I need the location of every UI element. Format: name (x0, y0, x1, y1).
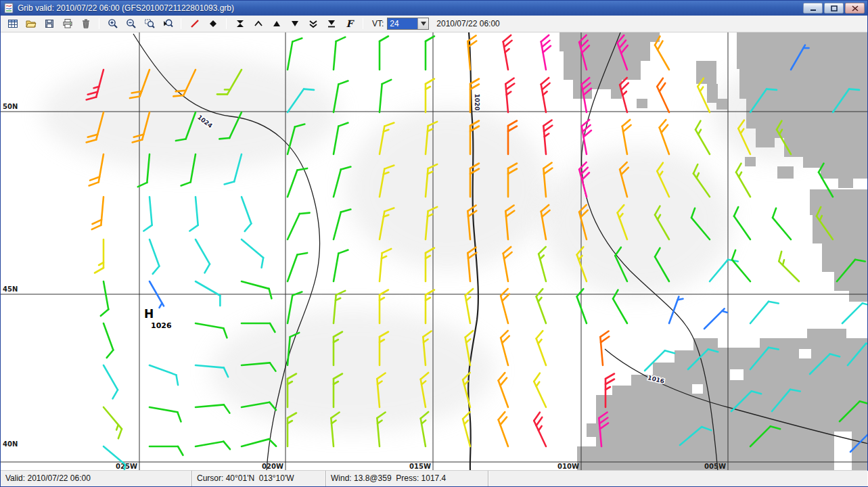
barb-style-2-button[interactable] (250, 17, 267, 31)
draw-mark-button[interactable] (204, 17, 221, 31)
print-button[interactable] (59, 17, 76, 31)
barb-style-chevron-up-icon (253, 18, 264, 29)
vt-label: VT: (372, 19, 384, 28)
save-icon (44, 18, 55, 29)
map-area: 025W020W015W010W005W50N45N40N10241020101… (1, 32, 867, 470)
minimize-icon (810, 5, 817, 11)
barb-style-triangle-up-icon (271, 18, 282, 29)
close-button[interactable] (845, 3, 865, 14)
grib-table-button[interactable] (4, 17, 21, 31)
weather-map[interactable]: 025W020W015W010W005W50N45N40N10241020101… (1, 32, 867, 470)
toolbar-separator (99, 18, 99, 29)
zoom-in-button[interactable] (104, 17, 121, 31)
toolbar-separator (363, 18, 363, 29)
title-bar[interactable]: Grib valid: 2010/07/22 06:00 (GFS2010072… (1, 1, 867, 16)
barb-style-hourglass-icon (235, 18, 246, 29)
zoom-area-icon (144, 18, 155, 29)
zoom-area-button[interactable] (141, 17, 158, 31)
vt-selected-value: 24 (388, 18, 417, 29)
status-valid: Valid: 2010/07/22 06:00 (1, 471, 192, 486)
status-spacer (488, 471, 867, 486)
zoom-select-icon (162, 18, 173, 29)
barb-style-1-button[interactable] (231, 17, 248, 31)
app-icon (3, 3, 14, 14)
minimize-button[interactable] (803, 3, 823, 14)
svg-text:025W: 025W (116, 463, 137, 470)
toolbar-separator (226, 18, 227, 29)
barb-style-6-button[interactable] (323, 17, 340, 31)
maximize-button[interactable] (824, 3, 844, 14)
status-bar: Valid: 2010/07/22 06:00 Cursor: 40°01'N … (1, 470, 867, 486)
chevron-down-icon (421, 22, 426, 26)
window-title: Grib valid: 2010/07/22 06:00 (GFS2010072… (18, 3, 800, 13)
barb-style-4-button[interactable] (286, 17, 303, 31)
open-file-button[interactable] (22, 17, 39, 31)
diamond-icon (208, 18, 219, 29)
toolbar: F VT: 24 2010/07/22 06:00 (1, 16, 867, 32)
zoom-in-icon (108, 18, 118, 29)
vt-dropdown-button[interactable] (417, 18, 428, 29)
window-controls (803, 3, 865, 14)
svg-text:H: H (144, 307, 154, 321)
barb-style-triangle-down-icon (290, 18, 300, 29)
svg-text:020W: 020W (262, 463, 283, 470)
barb-flag-f-icon: F (344, 18, 356, 29)
vt-combobox[interactable]: 24 (387, 18, 429, 30)
trash-icon (81, 18, 91, 29)
red-line-icon (189, 18, 200, 29)
barb-style-5-button[interactable] (304, 17, 321, 31)
svg-text:45N: 45N (3, 285, 18, 293)
barb-style-triangle-bar-icon (326, 18, 337, 29)
zoom-select-button[interactable] (159, 17, 176, 31)
save-button[interactable] (41, 17, 58, 31)
print-icon (62, 18, 73, 29)
draw-line-button[interactable] (186, 17, 203, 31)
svg-text:1020: 1020 (474, 93, 480, 110)
svg-text:005W: 005W (704, 463, 726, 470)
open-folder-icon (26, 18, 37, 29)
svg-text:015W: 015W (409, 463, 431, 470)
zoom-out-icon (126, 18, 137, 29)
status-cursor: Cursor: 40°01'N 013°10'W (192, 471, 326, 486)
barb-flag-button[interactable]: F (341, 17, 358, 31)
barb-style-double-chevron-icon (308, 18, 319, 29)
table-icon (7, 18, 18, 29)
app-window: Grib valid: 2010/07/22 06:00 (GFS2010072… (0, 0, 868, 487)
maximize-icon (831, 5, 838, 11)
barb-style-3-button[interactable] (268, 17, 285, 31)
delete-button[interactable] (77, 17, 94, 31)
status-wind-press: Wind: 13.8@359 Press: 1017.4 (326, 471, 488, 486)
svg-text:40N: 40N (3, 440, 18, 448)
toolbar-separator (181, 18, 181, 29)
svg-text:1026: 1026 (151, 321, 172, 330)
close-icon (852, 5, 859, 11)
svg-text:010W: 010W (557, 463, 579, 470)
svg-text:50N: 50N (3, 103, 18, 110)
zoom-out-button[interactable] (122, 17, 139, 31)
toolbar-datetime: 2010/07/22 06:00 (436, 19, 499, 28)
